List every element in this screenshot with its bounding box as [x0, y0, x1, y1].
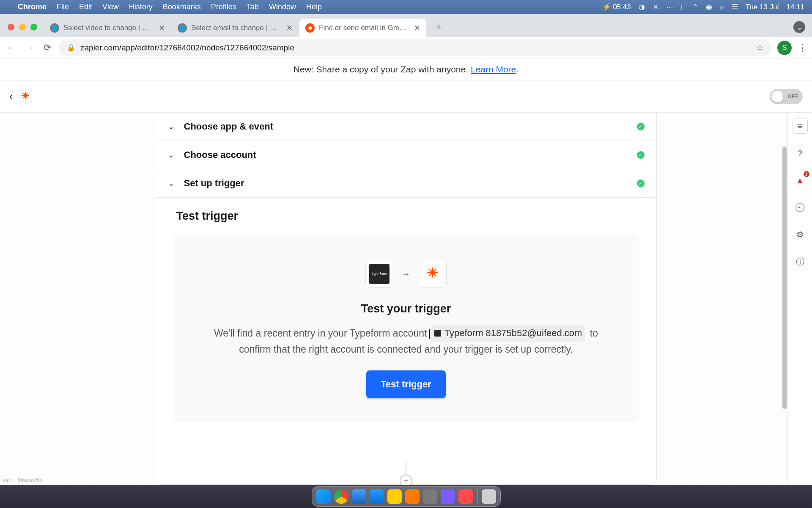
zapier-favicon: ✱: [305, 23, 315, 33]
add-step-button[interactable]: +: [400, 475, 412, 485]
section-choose-account[interactable]: ⌄ Choose account ✓: [156, 141, 656, 169]
banner-learn-more-link[interactable]: Learn More: [471, 64, 516, 74]
alerts-icon[interactable]: ▲1: [793, 173, 808, 188]
battery-status[interactable]: ⚡05:43: [602, 3, 631, 11]
check-icon: ✓: [637, 179, 645, 187]
menubar-bookmarks[interactable]: Bookmarks: [163, 3, 201, 11]
menubar-help[interactable]: Help: [306, 3, 322, 11]
status-icon-1[interactable]: ◑: [639, 3, 645, 11]
macos-dock-area: [0, 485, 812, 508]
status-icon-3[interactable]: ⋯: [666, 3, 673, 11]
chrome-tab-strip: 🌐 Select video to change | Djang ✕ 🌐 Sel…: [0, 14, 812, 37]
profile-avatar[interactable]: S: [777, 41, 792, 55]
menubar-tab[interactable]: Tab: [247, 3, 259, 11]
editor-header: ‹ OFF: [0, 80, 812, 113]
section-set-up-trigger[interactable]: ⌄ Set up trigger ✓: [156, 169, 656, 198]
window-controls: [8, 24, 37, 30]
browser-tab-2[interactable]: 🌐 Select email to change | Djang ✕: [172, 19, 299, 37]
window-minimize-button[interactable]: [19, 24, 26, 30]
typeform-app-icon: Typeform: [365, 260, 393, 288]
spotlight-icon[interactable]: ⌕: [720, 3, 724, 11]
chrome-toolbar: ← → ⟳ 🔒 zapier.com/app/editor/127664002/…: [0, 37, 812, 58]
scrollbar[interactable]: [782, 113, 787, 485]
siri-icon[interactable]: ☰: [732, 3, 738, 11]
test-box-description: We'll find a recent entry in your Typefo…: [211, 325, 601, 358]
back-button[interactable]: ←: [6, 42, 18, 53]
dock-app-7[interactable]: [423, 489, 437, 504]
url-text: zapier.com/app/editor/127664002/nodes/12…: [80, 43, 294, 52]
help-icon[interactable]: ?: [793, 146, 808, 161]
menubar-edit[interactable]: Edit: [79, 3, 92, 11]
zapier-app-icon: [419, 260, 447, 288]
history-icon[interactable]: 🕘: [793, 200, 808, 215]
browser-tab-1[interactable]: 🌐 Select video to change | Djang ✕: [44, 19, 171, 37]
dock-trash[interactable]: [482, 489, 496, 504]
status-icon-2[interactable]: ✕: [653, 3, 658, 11]
globe-icon: 🌐: [50, 23, 59, 33]
dock-app-3[interactable]: [352, 489, 366, 504]
section-label: Choose account: [184, 149, 256, 160]
info-icon[interactable]: ⓘ: [793, 254, 808, 269]
test-trigger-heading: Test trigger: [176, 210, 639, 223]
dock-chrome[interactable]: [334, 489, 348, 504]
settings-gear-icon[interactable]: ⚙: [793, 227, 808, 242]
browser-tab-3-active[interactable]: ✱ Find or send email in Gmail wh ✕: [299, 19, 426, 37]
test-trigger-button[interactable]: Test trigger: [366, 370, 445, 398]
chevron-down-icon: ⌄: [168, 122, 176, 131]
section-label: Choose app & event: [184, 121, 273, 132]
account-chip: Typeform 81875b52@uifeed.com: [431, 325, 586, 342]
menubar-window[interactable]: Window: [269, 3, 296, 11]
address-bar[interactable]: 🔒 zapier.com/app/editor/127664002/nodes/…: [59, 39, 771, 56]
check-icon: ✓: [637, 123, 645, 130]
dock-separator: [477, 489, 477, 504]
menubar-app-name[interactable]: Chrome: [18, 3, 47, 11]
menubar-profiles[interactable]: Profiles: [211, 3, 236, 11]
dock-app-9[interactable]: [458, 489, 473, 504]
chrome-menu-button[interactable]: ⋮: [798, 42, 806, 53]
window-close-button[interactable]: [8, 24, 14, 30]
dock-app-8[interactable]: [441, 489, 455, 504]
tab-close-icon[interactable]: ✕: [414, 23, 420, 33]
dock-app-4[interactable]: [370, 489, 384, 504]
window-maximize-button[interactable]: [30, 24, 37, 30]
arrow-right-icon: →: [402, 269, 410, 279]
menubar-history[interactable]: History: [129, 3, 153, 11]
dock-finder[interactable]: [316, 489, 331, 504]
toggle-label: OFF: [788, 94, 799, 99]
text-cursor: [429, 329, 430, 339]
section-test-trigger: Test trigger Typeform → Test your trigge…: [156, 198, 656, 444]
tab-close-icon[interactable]: ✕: [159, 23, 165, 33]
chevron-down-icon: ⌄: [168, 179, 176, 188]
typeform-chip-icon: [434, 330, 441, 337]
toggle-knob: [771, 91, 783, 102]
bookmark-star-icon[interactable]: ☆: [756, 43, 764, 53]
section-choose-app-event[interactable]: ⌄ Choose app & event ✓: [156, 113, 656, 141]
zap-enabled-toggle[interactable]: OFF: [770, 89, 803, 104]
tab-title: Select video to change | Djang: [63, 24, 154, 32]
forward-button[interactable]: →: [24, 42, 36, 53]
menubar-date[interactable]: Tue 13 Jul: [746, 3, 779, 11]
tab-overflow-button[interactable]: ⌄: [793, 21, 805, 33]
reload-button[interactable]: ⟳: [41, 42, 53, 53]
lock-icon[interactable]: 🔒: [67, 44, 75, 52]
tab-close-icon[interactable]: ✕: [286, 23, 293, 33]
new-tab-button[interactable]: +: [431, 19, 447, 35]
section-label: Set up trigger: [184, 178, 244, 189]
macos-dock: [312, 486, 501, 507]
menubar-clock[interactable]: 14:11: [786, 3, 804, 11]
dock-app-5[interactable]: [387, 489, 402, 504]
scrollbar-thumb[interactable]: [782, 146, 787, 409]
wifi-icon[interactable]: ⌃: [692, 3, 698, 11]
tab-title: Select email to change | Djang: [191, 24, 282, 32]
menubar-view[interactable]: View: [102, 3, 119, 11]
chevron-down-icon: ⌄: [168, 150, 176, 160]
menubar-file[interactable]: File: [57, 3, 69, 11]
control-center-icon[interactable]: ◉: [706, 3, 712, 11]
back-chevron-icon[interactable]: ‹: [9, 90, 13, 103]
announcement-banner: New: Share a copy of your Zap with anyon…: [0, 58, 812, 80]
battery-icon[interactable]: ▯: [681, 3, 685, 11]
dock-app-6[interactable]: [405, 489, 420, 504]
outline-icon[interactable]: ≡: [793, 119, 808, 134]
app-flow-illustration: Typeform →: [190, 260, 623, 288]
zapier-logo-icon[interactable]: [19, 90, 32, 103]
